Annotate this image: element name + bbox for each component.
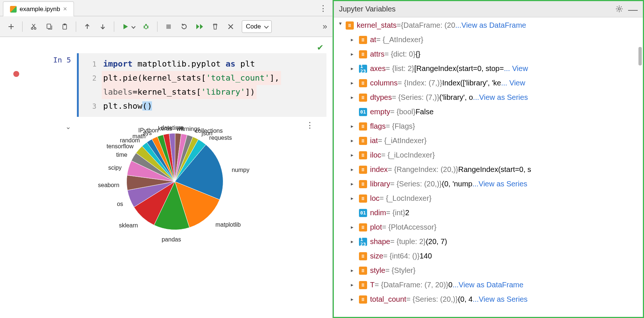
var-row[interactable]: ▸≡index = {RangeIndex: (20,)} RangeIndex…: [334, 162, 643, 177]
output-more-icon[interactable]: ⋮: [306, 121, 314, 130]
var-row[interactable]: 01ndim = {int} 2: [334, 206, 643, 220]
chevron-right-icon[interactable]: ▸: [351, 61, 357, 76]
delete-icon[interactable]: [211, 22, 220, 31]
var-row[interactable]: ▸≡loc = {_LocIndexer}: [334, 191, 643, 206]
object-icon: ≡: [359, 79, 367, 87]
breakpoint-icon[interactable]: [13, 71, 19, 77]
debug-icon[interactable]: [142, 22, 150, 31]
var-row[interactable]: ▸≡plot = {PlotAccessor}: [334, 220, 643, 234]
var-row[interactable]: ▸≡dtypes = {Series: (7,)} ('library', o.…: [334, 90, 643, 105]
object-icon: ≡: [359, 180, 367, 188]
svg-point-5: [145, 25, 148, 29]
tab-overflow-icon[interactable]: ⋮: [319, 4, 327, 13]
add-cell-icon[interactable]: [7, 22, 16, 31]
chevron-right-icon[interactable]: ▸: [351, 119, 357, 133]
object-icon: ≡: [359, 137, 367, 145]
code-cell[interactable]: In 5 1import matplotlib.pyplot as plt 2p…: [0, 53, 332, 117]
notebook-toolbar: Code »: [0, 16, 332, 37]
cell-output: ⌄ ⋮ numpymatplotlibpandassklearnosseabor…: [0, 121, 332, 265]
move-down-icon[interactable]: [98, 22, 107, 31]
variables-panel: Jupyter Variables — ▸ ≡ kernel_stats = {…: [333, 0, 644, 318]
var-row[interactable]: ▸≡attrs = {dict: 0} {}: [334, 47, 643, 61]
var-row[interactable]: ▸≡total_count = {Series: (20,)} (0, 4...…: [334, 292, 643, 307]
view-link[interactable]: ...View as Series: [473, 90, 528, 105]
variables-tree[interactable]: ▸ ≡ kernel_stats = {DataFrame: (20...Vie…: [334, 17, 643, 317]
chevron-right-icon[interactable]: ▸: [351, 133, 357, 148]
view-link[interactable]: ...View as DataFrame: [453, 278, 523, 292]
object-icon: ≡: [359, 295, 367, 304]
pie-label: requests: [209, 135, 232, 141]
svg-point-7: [618, 8, 620, 10]
copy-icon[interactable]: [45, 22, 54, 31]
chevron-right-icon[interactable]: ▸: [351, 220, 357, 234]
var-row[interactable]: ▸≡iat = {_iAtIndexer}: [334, 133, 643, 148]
tab-filename: example.ipynb: [20, 6, 60, 13]
run-all-icon[interactable]: [195, 22, 204, 31]
object-icon: ≡: [359, 223, 367, 231]
object-icon: ≡: [359, 94, 367, 102]
minimize-icon[interactable]: —: [628, 4, 638, 16]
chevron-right-icon[interactable]: ▸: [351, 234, 357, 249]
var-row[interactable]: ▸≡library = {Series: (20,)} (0, 'nump...…: [334, 177, 643, 191]
svg-rect-6: [166, 24, 171, 29]
chevron-right-icon[interactable]: ▸: [351, 162, 357, 177]
view-link[interactable]: ...View as Series: [472, 177, 528, 191]
run-icon[interactable]: [121, 22, 130, 31]
object-icon: ≡: [359, 36, 367, 44]
view-link[interactable]: ... View: [501, 76, 525, 90]
file-tab[interactable]: example.ipynb ×: [3, 1, 74, 16]
svg-point-0: [31, 27, 33, 29]
cell-status-ok-icon: ✔: [317, 43, 323, 53]
cell-type-select[interactable]: Code: [242, 20, 272, 33]
var-row[interactable]: ▸≡flags = {Flags}: [334, 119, 643, 133]
view-link[interactable]: ...View as Series: [472, 292, 528, 307]
jupyter-icon: [10, 6, 17, 13]
chevron-right-icon[interactable]: ▸: [351, 76, 357, 90]
object-icon: ≡: [359, 252, 367, 260]
var-row[interactable]: ▸≡at = {_AtIndexer}: [334, 33, 643, 47]
gear-icon[interactable]: [616, 5, 623, 14]
panel-header: Jupyter Variables —: [334, 1, 643, 17]
chevron-right-icon[interactable]: ▸: [351, 292, 357, 307]
var-row[interactable]: ▸≡style = {Styler}: [334, 263, 643, 278]
chevron-right-icon[interactable]: ▸: [351, 47, 357, 61]
code-editor[interactable]: 1import matplotlib.pyplot as plt 2plt.pi…: [77, 53, 326, 117]
var-row[interactable]: ▸≡iloc = {_iLocIndexer}: [334, 148, 643, 162]
clear-output-icon[interactable]: [226, 22, 235, 31]
toolbar-overflow-icon[interactable]: »: [323, 22, 327, 31]
var-row[interactable]: ≡size = {int64: ()} 140: [334, 249, 643, 263]
pie-label: sklearn: [119, 222, 138, 229]
move-up-icon[interactable]: [83, 22, 92, 31]
pie-label: time: [116, 152, 127, 158]
chevron-right-icon[interactable]: ▸: [351, 90, 357, 105]
chevron-right-icon[interactable]: ▸: [351, 177, 357, 191]
close-icon[interactable]: ×: [63, 5, 67, 13]
chevron-right-icon[interactable]: ▸: [351, 278, 357, 292]
stop-icon[interactable]: [164, 22, 173, 31]
var-row[interactable]: ▸≡T = {DataFrame: (7, 20)} 0 ...View as …: [334, 278, 643, 292]
chevron-right-icon[interactable]: ▸: [351, 148, 357, 162]
var-row[interactable]: ▸≡columns = {Index: (7,)} Index(['librar…: [334, 76, 643, 90]
paste-icon[interactable]: [60, 22, 69, 31]
view-link[interactable]: ... View: [504, 61, 528, 76]
bool-icon: 01: [359, 108, 367, 116]
chevron-down-icon[interactable]: ▸: [334, 23, 348, 28]
collapse-output-icon[interactable]: ⌄: [65, 123, 71, 254]
object-icon: ≡: [359, 50, 367, 58]
object-icon: ≡: [359, 122, 367, 131]
chevron-right-icon[interactable]: ▸: [351, 33, 357, 47]
var-root[interactable]: ▸ ≡ kernel_stats = {DataFrame: (20...Vie…: [334, 18, 643, 33]
object-icon: ≡: [359, 166, 367, 174]
chevron-right-icon[interactable]: ▸: [351, 263, 357, 278]
scrollbar-thumb[interactable]: [638, 47, 642, 65]
var-row[interactable]: 01empty = {bool} False: [334, 105, 643, 119]
chevron-right-icon[interactable]: ▸: [351, 191, 357, 206]
run-dropdown-icon[interactable]: [131, 24, 135, 28]
svg-point-1: [34, 27, 36, 29]
cut-icon[interactable]: [29, 22, 38, 31]
var-row[interactable]: ▸123shape = {tuple: 2} (20, 7): [334, 234, 643, 249]
object-icon: ≡: [359, 151, 367, 159]
var-row[interactable]: ▸123axes = {list: 2} [RangeIndex(start=0…: [334, 61, 643, 76]
restart-icon[interactable]: [180, 22, 189, 31]
panel-title: Jupyter Variables: [339, 5, 396, 13]
